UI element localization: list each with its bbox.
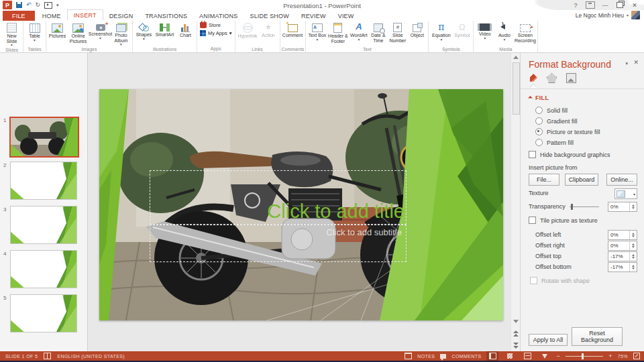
wordart-button[interactable]: A WordArt ▾ xyxy=(349,21,368,46)
solid-fill-option[interactable]: Solid fill xyxy=(535,107,568,114)
apply-to-all-button[interactable]: Apply to All xyxy=(529,334,568,346)
tab-transitions[interactable]: TRANSITIONS xyxy=(139,11,193,21)
spinner-arrows-icon[interactable] xyxy=(629,231,637,239)
tab-slideshow[interactable]: SLIDE SHOW xyxy=(244,11,295,21)
new-slide-button[interactable]: New Slide ▾ xyxy=(2,21,21,47)
zoom-slider-thumb[interactable] xyxy=(582,353,584,359)
restore-button[interactable] xyxy=(613,1,627,9)
audio-button[interactable]: Audio ▾ xyxy=(494,21,514,46)
header-footer-button[interactable]: Header & Footer xyxy=(327,21,349,46)
text-box-button[interactable]: A Text Box ▾ xyxy=(307,21,327,46)
tab-design[interactable]: DESIGN xyxy=(103,11,140,21)
screen-recording-button[interactable]: Screen Recording xyxy=(514,21,536,46)
slide-number-button[interactable]: # Slide Number xyxy=(388,21,407,46)
radio-icon xyxy=(535,107,543,114)
slide-thumbnail-4[interactable] xyxy=(10,250,77,288)
video-button[interactable]: Video ▾ xyxy=(475,21,494,46)
store-button[interactable]: Store xyxy=(200,22,232,28)
close-button[interactable]: ✕ xyxy=(628,1,641,9)
my-apps-button[interactable]: My Apps ▾ xyxy=(200,30,232,36)
spinner-arrows-icon[interactable] xyxy=(629,202,637,211)
pictures-icon xyxy=(52,23,63,33)
slide-thumbnail-3[interactable] xyxy=(10,206,77,244)
date-time-button[interactable]: Date & Time xyxy=(368,21,388,46)
slide-sorter-view-button[interactable] xyxy=(504,351,516,361)
previous-slide-button[interactable] xyxy=(513,330,519,337)
tab-insert[interactable]: INSERT xyxy=(67,9,103,21)
minimize-button[interactable]: — xyxy=(598,1,612,9)
photo-album-button[interactable]: Photo Album ▾ xyxy=(111,21,131,46)
pattern-fill-option[interactable]: Pattern fill xyxy=(535,139,574,146)
zoom-slider[interactable] xyxy=(566,353,603,359)
file-button[interactable]: File... xyxy=(529,174,559,186)
hyperlink-button[interactable]: Hyperlink xyxy=(237,21,259,46)
spinner-arrows-icon[interactable] xyxy=(629,241,637,250)
online-button[interactable]: Online... xyxy=(606,174,637,186)
action-button[interactable]: ★ Action xyxy=(259,21,278,46)
equation-button[interactable]: π Equation ▾ xyxy=(430,21,452,46)
normal-view-button[interactable] xyxy=(486,351,498,361)
notes-toggle[interactable]: NOTES xyxy=(417,354,435,359)
pictures-button[interactable]: Pictures xyxy=(48,21,67,46)
tab-view[interactable]: VIEW xyxy=(332,11,360,21)
fill-tab-icon[interactable] xyxy=(529,74,537,82)
subtitle-placeholder[interactable]: Click to add subtitle xyxy=(150,225,407,262)
object-button[interactable]: Object xyxy=(407,21,427,46)
spellcheck-language-icon[interactable] xyxy=(44,353,51,359)
effects-tab-icon[interactable] xyxy=(547,73,557,83)
help-button[interactable]: ? xyxy=(569,1,582,9)
panel-dropdown-icon[interactable]: ▾ xyxy=(625,61,628,66)
panel-close-icon[interactable]: ✕ xyxy=(633,59,639,66)
offset-right-spinner[interactable]: 0% xyxy=(608,241,637,251)
offset-bottom-spinner[interactable]: -17% xyxy=(608,262,637,272)
spinner-arrows-icon[interactable] xyxy=(629,252,637,261)
slide-1-editor[interactable]: Click to add title Click to add subtitle xyxy=(99,89,503,320)
texture-dropdown[interactable]: ▾ xyxy=(614,188,637,199)
ribbon-display-options-button[interactable] xyxy=(584,1,597,9)
zoom-in-button[interactable]: + xyxy=(608,353,612,359)
hide-background-checkbox[interactable]: Hide background graphics xyxy=(529,151,610,158)
scroll-down-icon[interactable] xyxy=(513,320,519,323)
slide-thumbnail-2[interactable] xyxy=(10,162,77,200)
fill-section-header[interactable]: FILL xyxy=(529,95,549,101)
next-slide-button[interactable] xyxy=(513,343,519,349)
online-pictures-button[interactable]: Online Pictures xyxy=(67,21,89,46)
reset-background-button[interactable]: Reset Background xyxy=(572,327,623,346)
table-button[interactable]: Table ▾ xyxy=(25,21,44,46)
vertical-scrollbar[interactable] xyxy=(511,53,521,351)
shapes-button[interactable]: Shapes ▾ xyxy=(134,21,154,46)
tab-review[interactable]: REVIEW xyxy=(295,11,332,21)
picture-tab-icon[interactable] xyxy=(566,73,576,83)
scrollbar-thumb[interactable] xyxy=(513,62,520,115)
chart-button[interactable]: Chart xyxy=(176,21,195,46)
group-label-media: Media xyxy=(475,46,536,52)
comment-button[interactable]: Comment xyxy=(282,21,304,46)
language-indicator[interactable]: ENGLISH (UNITED STATES) xyxy=(57,354,125,359)
user-account[interactable]: Le Ngoc Minh Hieu ▾ xyxy=(576,11,640,19)
slide-thumbnail-1[interactable] xyxy=(9,117,79,158)
tab-home[interactable]: HOME xyxy=(36,11,67,21)
slide-thumbnail-5[interactable] xyxy=(10,294,77,333)
scroll-up-icon[interactable] xyxy=(513,56,519,59)
clipboard-button[interactable]: Clipboard xyxy=(565,174,598,186)
tab-animations[interactable]: ANIMATIONS xyxy=(193,11,244,21)
spinner-arrows-icon[interactable] xyxy=(629,263,637,272)
picture-texture-fill-option[interactable]: Picture or texture fill xyxy=(535,128,600,135)
reading-view-button[interactable] xyxy=(521,351,533,361)
zoom-level[interactable]: 75% xyxy=(618,354,628,359)
offset-left-spinner[interactable]: 0% xyxy=(608,230,637,240)
symbol-button[interactable]: Ω Symbol xyxy=(452,21,472,46)
smartart-button[interactable]: SmartArt xyxy=(154,21,176,46)
tile-picture-checkbox[interactable]: Tile picture as texture xyxy=(529,217,598,224)
fit-slide-to-window-icon[interactable] xyxy=(633,353,640,359)
title-placeholder[interactable]: Click to add title xyxy=(150,170,407,225)
zoom-out-button[interactable]: − xyxy=(556,353,560,359)
tab-file[interactable]: FILE xyxy=(3,11,35,21)
offset-top-spinner[interactable]: -17% xyxy=(608,251,637,261)
slideshow-view-button[interactable] xyxy=(539,351,551,361)
comments-toggle[interactable]: COMMENTS xyxy=(451,354,481,359)
transparency-spinner[interactable]: 0% xyxy=(608,202,637,212)
gradient-fill-option[interactable]: Gradient fill xyxy=(535,117,578,125)
transparency-slider[interactable] xyxy=(570,204,599,210)
screenshot-button[interactable]: Screenshot ▾ xyxy=(89,21,111,46)
